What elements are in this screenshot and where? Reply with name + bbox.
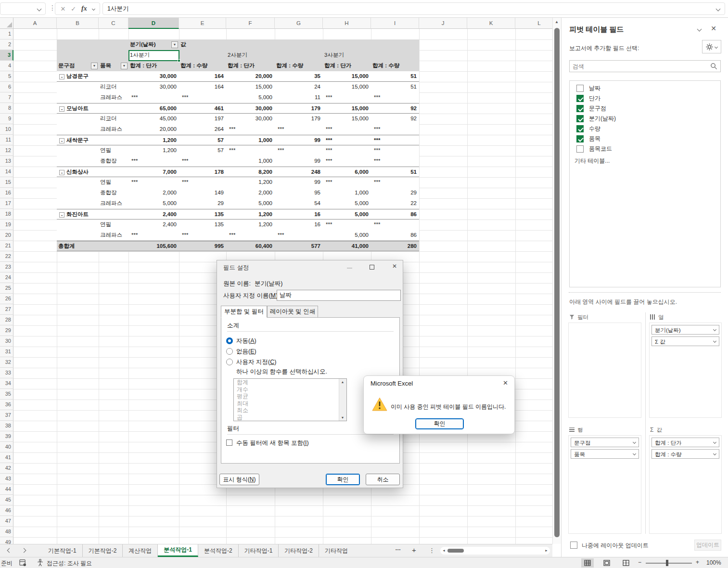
pivot-cell[interactable]: 179 [275, 114, 323, 124]
row-header-35[interactable]: 35 [0, 389, 13, 400]
pivot-cell[interactable] [99, 71, 128, 82]
pivot-cell[interactable]: 95 [275, 188, 323, 198]
pivot-cell[interactable]: 합계 : 단가 [323, 61, 371, 71]
pivot-cell[interactable]: 5,000 [226, 198, 275, 209]
subtotal-radio-2[interactable] [226, 348, 233, 355]
search-box[interactable] [569, 60, 721, 72]
pivot-cell[interactable]: 135 [179, 219, 226, 230]
subtotal-radio-label[interactable]: 없음(E) [236, 348, 256, 356]
pivot-cell[interactable] [99, 39, 128, 50]
listbox-scrollbar[interactable]: ▲ ▼ [339, 379, 346, 421]
row-header-8[interactable]: 8 [0, 103, 13, 114]
pivot-cell[interactable]: -신화상사 [57, 167, 99, 178]
pivot-cell[interactable]: *** [371, 92, 419, 103]
pivot-cell[interactable]: 5,000 [323, 198, 371, 209]
pivot-cell[interactable]: 15,000 [323, 103, 371, 114]
filter-dropdown-icon[interactable]: ▼ [171, 41, 178, 48]
defer-layout-checkbox[interactable] [570, 542, 577, 549]
pivot-cell[interactable] [57, 114, 99, 124]
next-sheet-icon[interactable] [22, 548, 26, 553]
chip-chevron-icon[interactable] [633, 440, 636, 444]
close-icon[interactable]: ✕ [503, 379, 508, 387]
field-chip[interactable]: 합계 : 수량 [651, 449, 719, 459]
normal-view-icon[interactable] [581, 558, 594, 568]
pivot-cell[interactable]: 15,000 [323, 82, 371, 92]
pivot-cell[interactable]: 1,200 [226, 177, 275, 188]
column-header-E[interactable]: E [179, 18, 226, 29]
field-checkbox[interactable] [576, 125, 584, 132]
subtotal-radio-1[interactable] [226, 337, 233, 344]
row-header-45[interactable]: 45 [0, 495, 13, 505]
pivot-cell[interactable]: *** [371, 135, 419, 146]
field-item[interactable]: 품목 [570, 134, 720, 144]
field-checkbox[interactable] [576, 145, 584, 153]
pivot-cell[interactable]: 품목▼ [99, 61, 128, 71]
row-header-3[interactable]: 3 [0, 50, 13, 61]
pivot-cell[interactable]: 461 [179, 103, 226, 114]
sheet-tab-계산작업[interactable]: 계산작업 [123, 544, 158, 557]
pivot-cell[interactable]: 178 [179, 167, 226, 178]
pivot-cell[interactable]: 16 [275, 209, 323, 220]
field-chip[interactable]: 품목 [571, 449, 639, 459]
pivot-cell[interactable]: 149 [179, 188, 226, 198]
pivot-cell[interactable]: 1,000 [226, 156, 275, 167]
row-header-29[interactable]: 29 [0, 325, 13, 336]
fill-handle[interactable] [178, 59, 180, 62]
row-header-32[interactable]: 32 [0, 357, 13, 368]
pivot-cell[interactable]: 135 [179, 209, 226, 220]
pivot-cell[interactable]: 총합계 [57, 241, 99, 252]
row-header-33[interactable]: 33 [0, 368, 13, 378]
name-box[interactable] [0, 2, 46, 15]
pivot-cell[interactable]: 11 [275, 92, 323, 103]
pivot-cell[interactable]: 합계 : 단가 [128, 61, 179, 71]
filter-dropdown-icon[interactable]: ▼ [121, 63, 128, 69]
field-checkbox[interactable] [576, 85, 584, 92]
pivot-cell[interactable]: 1,200 [128, 135, 179, 146]
pivot-cell[interactable] [179, 50, 226, 61]
column-header-L[interactable]: L [515, 18, 552, 29]
row-header-12[interactable]: 12 [0, 145, 13, 156]
row-header-9[interactable]: 9 [0, 114, 13, 124]
row-header-20[interactable]: 20 [0, 230, 13, 241]
select-all-corner[interactable] [0, 18, 13, 29]
pivot-cell[interactable]: 분기(날짜)▼ [128, 39, 179, 50]
column-header-J[interactable]: J [419, 18, 467, 29]
pivot-cell[interactable]: 크레파스 [99, 124, 128, 135]
pivot-cell[interactable]: -새싹문구 [57, 135, 99, 146]
zoom-level[interactable]: 100% [706, 559, 721, 566]
filter-dropdown-icon[interactable]: ▼ [91, 63, 98, 69]
pivot-cell[interactable]: *** [371, 177, 419, 188]
pivot-cell[interactable]: 35 [275, 71, 323, 82]
prev-sheet-icon[interactable] [7, 548, 12, 553]
pivot-cell[interactable]: 30,000 [226, 103, 275, 114]
row-header-16[interactable]: 16 [0, 188, 13, 198]
row-header-39[interactable]: 39 [0, 431, 13, 442]
scroll-up-icon[interactable]: ▲ [555, 20, 559, 24]
pivot-cell[interactable]: *** [226, 230, 275, 241]
pivot-cell[interactable]: 92 [371, 103, 419, 114]
row-header-1[interactable]: 1 [0, 29, 13, 39]
field-checkbox[interactable] [576, 95, 584, 102]
vertical-scrollbar[interactable]: ▲ [552, 18, 561, 544]
pivot-cell[interactable]: 크레파스 [99, 230, 128, 241]
ok-button[interactable]: 확인 [326, 474, 360, 485]
pivot-cell[interactable]: 문구점▼ [57, 61, 99, 71]
pivot-cell[interactable]: 24 [275, 82, 323, 92]
field-checkbox[interactable] [576, 135, 584, 142]
row-header-24[interactable]: 24 [0, 272, 13, 283]
pivot-cell[interactable]: 합계 : 단가 [226, 61, 275, 71]
pivot-cell[interactable] [57, 145, 99, 156]
pivot-cell[interactable]: 51 [371, 71, 419, 82]
pivot-cell[interactable]: *** [323, 92, 371, 103]
pivot-cell[interactable]: *** [179, 92, 226, 103]
row-header-48[interactable]: 48 [0, 527, 13, 537]
pivot-cell[interactable]: 5,000 [128, 198, 179, 209]
pivot-cell[interactable]: 99 [275, 156, 323, 167]
pivot-cell[interactable]: 16 [275, 219, 323, 230]
cancel-icon[interactable]: ✕ [60, 5, 65, 13]
field-chip[interactable]: 합계 : 단가 [651, 438, 719, 447]
pivot-cell[interactable]: 2,400 [128, 219, 179, 230]
field-chip[interactable]: Σ 값 [651, 336, 719, 346]
row-header-23[interactable]: 23 [0, 262, 13, 272]
subtotal-radio-label[interactable]: 사용자 지정(C) [236, 358, 276, 366]
